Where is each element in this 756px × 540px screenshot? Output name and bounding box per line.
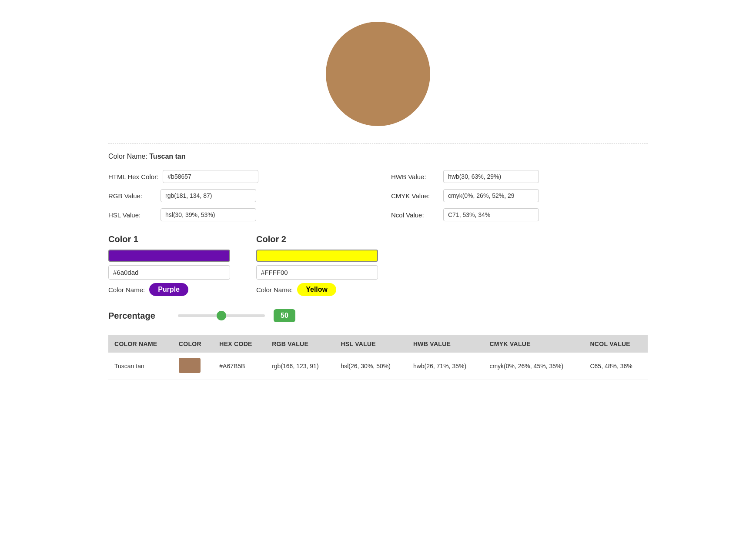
hsl-label: HSL Value: bbox=[108, 211, 156, 219]
ncol-input[interactable] bbox=[443, 208, 539, 221]
color2-heading: Color 2 bbox=[256, 234, 378, 244]
color1-heading: Color 1 bbox=[108, 234, 230, 244]
th-cmyk-value: CMYK VALUE bbox=[483, 335, 584, 353]
ncol-label: Ncol Value: bbox=[391, 211, 439, 219]
rgb-label: RGB Value: bbox=[108, 192, 156, 200]
color2-hex-input[interactable] bbox=[256, 265, 378, 280]
table-cell-hex: #A67B5B bbox=[213, 353, 266, 380]
rgb-row: RGB Value: bbox=[108, 189, 365, 202]
cmyk-row: CMYK Value: bbox=[391, 189, 648, 202]
section-divider bbox=[108, 143, 648, 144]
table-section: COLOR NAME COLOR HEX CODE RGB VALUE HSL … bbox=[108, 335, 648, 380]
color2-name-label: Color Name: bbox=[256, 286, 293, 293]
circle-section bbox=[108, 9, 648, 139]
th-color: COLOR bbox=[173, 335, 213, 353]
table-cell-rgb: rgb(166, 123, 91) bbox=[266, 353, 335, 380]
th-color-name: COLOR NAME bbox=[108, 335, 173, 353]
th-hsl-value: HSL VALUE bbox=[335, 335, 407, 353]
percentage-section: Percentage 50 bbox=[108, 309, 648, 322]
table-cell-ncol: C65, 48%, 36% bbox=[584, 353, 648, 380]
table-cell-color bbox=[173, 353, 213, 380]
right-fields: HWB Value: CMYK Value: Ncol Value: bbox=[391, 170, 648, 221]
percentage-heading: Percentage bbox=[108, 311, 169, 321]
table-cell-hsl: hsl(26, 30%, 50%) bbox=[335, 353, 407, 380]
ncol-row: Ncol Value: bbox=[391, 208, 648, 221]
hwb-row: HWB Value: bbox=[391, 170, 648, 183]
table-header-row: COLOR NAME COLOR HEX CODE RGB VALUE HSL … bbox=[108, 335, 648, 353]
hwb-label: HWB Value: bbox=[391, 173, 439, 180]
cmyk-input[interactable] bbox=[443, 189, 539, 202]
color1-hex-input[interactable] bbox=[108, 265, 230, 280]
color1-name-badge: Purple bbox=[149, 283, 188, 296]
html-hex-input[interactable] bbox=[163, 170, 258, 183]
cmyk-label: CMYK Value: bbox=[391, 192, 439, 200]
html-hex-row: HTML Hex Color: bbox=[108, 170, 365, 183]
color2-bar bbox=[256, 250, 378, 262]
table-cell-name: Tuscan tan bbox=[108, 353, 173, 380]
percentage-value: 50 bbox=[274, 309, 295, 322]
color1-block: Color 1 Color Name: Purple bbox=[108, 234, 230, 296]
color2-name-row: Color Name: Yellow bbox=[256, 283, 378, 296]
color-info-grid: HTML Hex Color: RGB Value: HSL Value: HW… bbox=[108, 170, 648, 221]
th-ncol-value: NCOL VALUE bbox=[584, 335, 648, 353]
color-name-label: Color Name: bbox=[108, 153, 147, 160]
left-fields: HTML Hex Color: RGB Value: HSL Value: bbox=[108, 170, 365, 221]
color-circle bbox=[326, 22, 430, 126]
table-cell-hwb: hwb(26, 71%, 35%) bbox=[407, 353, 484, 380]
hsl-input[interactable] bbox=[161, 208, 256, 221]
color1-name-row: Color Name: Purple bbox=[108, 283, 230, 296]
table-row: Tuscan tan #A67B5B rgb(166, 123, 91) hsl… bbox=[108, 353, 648, 380]
color-table: COLOR NAME COLOR HEX CODE RGB VALUE HSL … bbox=[108, 335, 648, 380]
colors-section: Color 1 Color Name: Purple Color 2 Color… bbox=[108, 234, 648, 296]
table-cell-cmyk: cmyk(0%, 26%, 45%, 35%) bbox=[483, 353, 584, 380]
color2-name-badge: Yellow bbox=[297, 283, 336, 296]
percentage-slider[interactable] bbox=[178, 314, 265, 317]
hwb-input[interactable] bbox=[443, 170, 539, 183]
rgb-input[interactable] bbox=[161, 189, 256, 202]
color1-name-label: Color Name: bbox=[108, 286, 145, 293]
th-hex-code: HEX CODE bbox=[213, 335, 266, 353]
html-hex-label: HTML Hex Color: bbox=[108, 173, 158, 180]
color2-block: Color 2 Color Name: Yellow bbox=[256, 234, 378, 296]
th-hwb-value: HWB VALUE bbox=[407, 335, 484, 353]
color1-bar bbox=[108, 250, 230, 262]
color-name-row: Color Name: Tuscan tan bbox=[108, 153, 648, 160]
color-name-value: Tuscan tan bbox=[149, 153, 185, 160]
hsl-row: HSL Value: bbox=[108, 208, 365, 221]
th-rgb-value: RGB VALUE bbox=[266, 335, 335, 353]
